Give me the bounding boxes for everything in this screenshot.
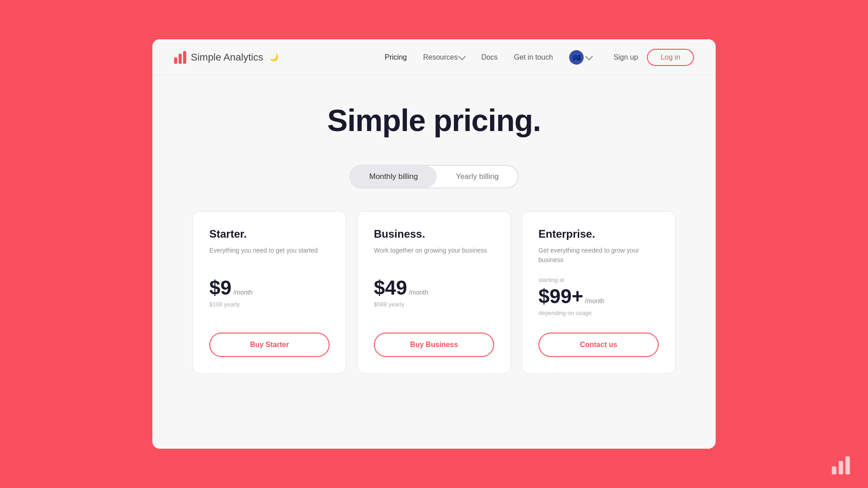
enterprise-starting-at: starting at [538,277,659,283]
moon-icon: 🌙 [269,53,278,61]
nav-resources[interactable]: Resources [423,53,465,61]
business-yearly-price: $588 yearly [374,301,494,308]
enterprise-price-main: $99+ /month [538,285,659,308]
bottom-bars-decoration [832,456,850,474]
nav-links: Pricing Resources Docs Get in touch 🇪🇺 [385,50,592,65]
starter-price-area: $9 /month $108 yearly [209,277,330,320]
enterprise-price-period: /month [585,297,604,305]
billing-toggle: Monthly billing Yearly billing [152,165,716,188]
business-price-area: $49 /month $588 yearly [374,277,494,320]
nav-pricing[interactable]: Pricing [385,53,407,61]
logo-bar-3 [183,51,186,64]
business-price-amount: $49 [374,277,407,299]
starter-card: Starter. Everything you need to get you … [193,211,346,374]
navbar: Simple Analytics 🌙 Pricing Resources Doc… [152,39,716,75]
locale-chevron-icon [585,52,593,60]
business-plan-desc: Work together on growing your business [374,246,494,266]
enterprise-usage-note: depending on usage [538,310,659,316]
hero-title: Simple pricing. [152,103,716,138]
starter-plan-desc: Everything you need to get you started [209,246,330,266]
eu-locale[interactable]: 🇪🇺 [569,50,592,65]
buy-starter-button[interactable]: Buy Starter [209,333,330,357]
business-price-period: /month [409,289,428,296]
sign-up-link[interactable]: Sign up [613,53,638,61]
toggle-container: Monthly billing Yearly billing [349,165,519,188]
starter-price-main: $9 /month [209,277,330,299]
logo-text[interactable]: Simple Analytics [191,52,263,63]
starter-price-period: /month [233,289,253,296]
contact-us-button[interactable]: Contact us [538,333,659,357]
business-price-main: $49 /month [374,277,494,299]
bottom-bar-1 [832,466,836,474]
logo-bar-2 [179,54,182,64]
logo-area: Simple Analytics 🌙 [174,51,385,64]
login-button[interactable]: Log in [647,49,694,66]
business-plan-name: Business. [374,228,494,240]
pricing-section: Starter. Everything you need to get you … [152,211,716,374]
starter-price-amount: $9 [209,277,231,299]
starter-yearly-price: $108 yearly [209,301,330,308]
yearly-billing-button[interactable]: Yearly billing [437,166,518,188]
enterprise-price-area: starting at $99+ /month depending on usa… [538,277,659,329]
buy-business-button[interactable]: Buy Business [374,333,494,357]
nav-docs[interactable]: Docs [481,53,497,61]
bottom-bar-2 [839,461,843,474]
enterprise-card: Enterprise. Get everything needed to gro… [522,211,675,374]
hero-section: Simple pricing. [152,75,716,156]
monthly-billing-button[interactable]: Monthly billing [350,166,437,188]
logo-bar-1 [174,57,177,64]
enterprise-plan-desc: Get everything needed to grow your busin… [538,246,659,266]
nav-auth: Sign up Log in [613,49,694,66]
enterprise-price-amount: $99+ [538,285,583,308]
eu-flag-icon: 🇪🇺 [569,50,584,65]
business-card: Business. Work together on growing your … [357,211,511,374]
bottom-bar-3 [845,456,850,474]
starter-plan-name: Starter. [209,228,330,240]
nav-get-in-touch[interactable]: Get in touch [514,53,553,61]
logo-icon [174,51,186,64]
enterprise-plan-name: Enterprise. [538,228,659,240]
resources-chevron-icon [458,52,466,60]
